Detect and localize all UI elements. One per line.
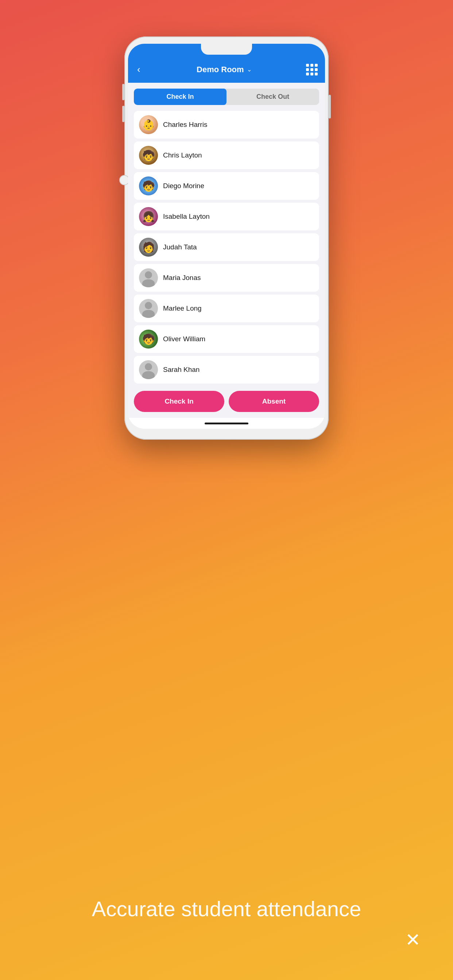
action-buttons: Check In Absent <box>134 391 319 412</box>
room-title: Demo Room <box>196 65 244 75</box>
tab-switcher: Check In Check Out <box>134 89 319 105</box>
student-name-chris-layton: Chris Layton <box>163 151 202 159</box>
student-name-sarah-khan: Sarah Khan <box>163 366 199 374</box>
chevron-down-icon: ⌄ <box>247 66 252 73</box>
power-button <box>329 95 331 118</box>
close-icon: ✕ <box>405 931 421 949</box>
avatar-oliver-william: 🧒 <box>139 329 158 348</box>
student-name-charles-harris: Charles Harris <box>163 121 207 129</box>
avatar-charles-harris: 👶 <box>139 115 158 134</box>
tagline-section: Accurate student attendance <box>0 896 453 922</box>
student-row-oliver-william[interactable]: 🧒Oliver William <box>134 325 319 353</box>
close-button[interactable]: ✕ <box>402 929 424 951</box>
tagline-text: Accurate student attendance <box>29 896 424 922</box>
student-name-isabella-layton: Isabella Layton <box>163 213 210 221</box>
student-name-maria-jonas: Maria Jonas <box>163 274 201 282</box>
avatar-maria-jonas <box>139 268 158 287</box>
avatar-judah-tata: 🧑 <box>139 238 158 257</box>
check-out-tab[interactable]: Check Out <box>226 89 319 105</box>
header-title-area[interactable]: Demo Room ⌄ <box>196 65 252 75</box>
student-row-sarah-khan[interactable]: Sarah Khan <box>134 356 319 383</box>
home-bar <box>205 423 248 425</box>
volume-up-button <box>122 84 124 100</box>
student-row-chris-layton[interactable]: 🧒Chris Layton <box>134 142 319 169</box>
avatar-isabella-layton: 👧 <box>139 207 158 226</box>
grid-menu-icon[interactable] <box>306 64 318 75</box>
avatar-marlee-long <box>139 299 158 318</box>
student-name-diego-morine: Diego Morine <box>163 182 204 190</box>
home-indicator <box>128 418 325 429</box>
phone-screen: ‹ Demo Room ⌄ Check In Check Out <box>128 44 325 429</box>
student-name-marlee-long: Marlee Long <box>163 304 202 312</box>
check-in-button[interactable]: Check In <box>134 391 224 412</box>
student-name-oliver-william: Oliver William <box>163 335 205 343</box>
avatar-sarah-khan <box>139 360 158 379</box>
student-name-judah-tata: Judah Tata <box>163 243 197 251</box>
student-row-charles-harris[interactable]: 👶Charles Harris <box>134 111 319 138</box>
student-list: 👶Charles Harris🧒Chris Layton🧒Diego Morin… <box>128 109 325 386</box>
student-row-judah-tata[interactable]: 🧑Judah Tata <box>134 233 319 261</box>
check-in-tab[interactable]: Check In <box>134 89 226 105</box>
student-row-marlee-long[interactable]: Marlee Long <box>134 294 319 322</box>
student-row-maria-jonas[interactable]: Maria Jonas <box>134 264 319 292</box>
avatar-chris-layton: 🧒 <box>139 146 158 165</box>
avatar-diego-morine: 🧒 <box>139 177 158 196</box>
absent-button[interactable]: Absent <box>229 391 319 412</box>
volume-down-button <box>122 106 124 122</box>
student-row-diego-morine[interactable]: 🧒Diego Morine <box>134 172 319 200</box>
phone-notch <box>201 44 252 55</box>
phone-frame: ‹ Demo Room ⌄ Check In Check Out <box>124 37 329 440</box>
student-row-isabella-layton[interactable]: 👧Isabella Layton <box>134 203 319 231</box>
back-button[interactable]: ‹ <box>135 62 142 77</box>
